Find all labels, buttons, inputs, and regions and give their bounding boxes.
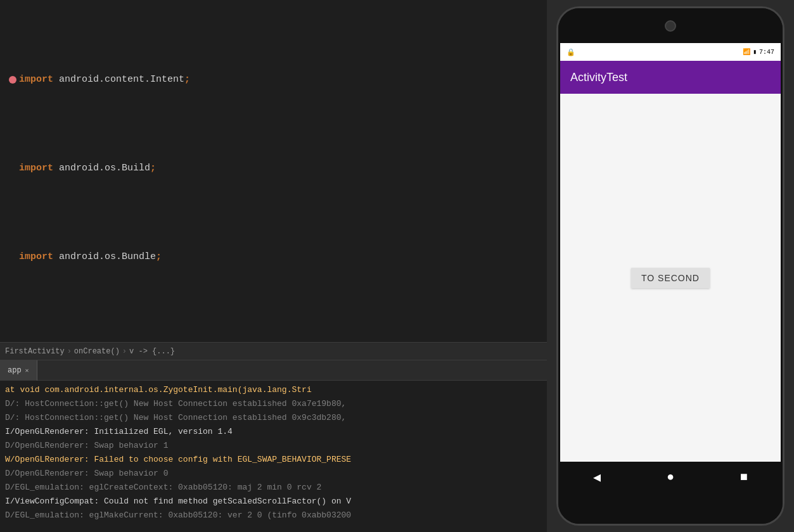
code-line-2: import android.os.Build; [0,160,547,177]
to-second-button[interactable]: TO SECOND [631,268,710,288]
code-line-1: import android.content.Intent; [0,71,547,89]
log-line-2: D/: HostConnection::get() New Host Conne… [5,411,542,425]
code-area[interactable]: import android.content.Intent; import an… [0,0,547,342]
log-line-1: D/: HostConnection::get() New Host Conne… [5,397,542,411]
console-area: app ✕ at void com.android.internal.os.Zy… [0,360,547,532]
phone-camera [665,20,676,32]
console-tabs-bar: app ✕ [0,360,547,381]
log-line-7: D/EGL_emulation: eglCreateContext: 0xabb… [5,481,542,495]
console-tab-label: app [8,366,22,375]
phone-status-bar: 🔒 📶 ▮ 7:47 [560,43,781,61]
code-line-3: import android.os.Bundle; [0,248,547,266]
log-line-9: D/EGL_emulation: eglMakeCurrent: 0xabb05… [5,509,542,522]
phone-lock-icon: 🔒 [567,48,575,56]
log-line-6: D/OpenGLRenderer: Swap behavior 0 [5,467,542,481]
wifi-icon: 📶 [743,48,750,56]
breakpoint-1 [9,76,16,84]
phone-screen: 🔒 📶 ▮ 7:47 ActivityTest TO SECOND [560,43,781,462]
console-tab-app[interactable]: app ✕ [0,360,37,381]
battery-icon: ▮ [753,48,757,56]
breadcrumb-sep-2: › [122,347,127,356]
phone-bottom-nav: ◀ ● ■ [560,462,781,492]
log-line-3: I/OpenGLRenderer: Initialized EGL, versi… [5,425,542,439]
breadcrumb-sep-1: › [67,347,72,356]
phone-top-bar [558,8,783,43]
console-tab-close[interactable]: ✕ [25,367,29,374]
code-line-4 [0,337,547,342]
phone-panel: 🔒 📶 ▮ 7:47 ActivityTest TO SECOND ◀ ● ■ [547,0,794,532]
log-line-0: at void com.android.internal.os.ZygoteIn… [5,383,542,397]
phone-time: 7:47 [759,49,774,56]
phone-app-bar: ActivityTest [560,61,781,94]
nav-home-button[interactable]: ● [667,470,674,484]
phone-status-icons: 📶 ▮ 7:47 [743,48,774,56]
phone-screen-content: TO SECOND [560,94,781,462]
console-content: at void com.android.internal.os.ZygoteIn… [0,381,547,532]
log-line-4: D/OpenGLRenderer: Swap behavior 1 [5,439,542,453]
phone-bottom-bar [558,492,783,524]
breadcrumb-class: FirstActivity [5,347,65,356]
nav-back-button[interactable]: ◀ [593,469,601,485]
editor-status-bar: FirstActivity › onCreate() › v -> {...} [0,342,547,360]
code-content: import android.content.Intent; import an… [0,0,547,342]
log-line-5: W/OpenGLRenderer: Failed to choose confi… [5,453,542,467]
line-gutter-1 [5,76,16,84]
keyword-import: import [19,71,59,89]
editor-panel: import android.content.Intent; import an… [0,0,547,532]
phone-app-title: ActivityTest [570,71,627,84]
nav-recents-button[interactable]: ■ [740,470,748,484]
breadcrumb-lambda: v -> {...} [129,347,175,356]
log-line-8: I/ViewConfigCompat: Could not find metho… [5,495,542,509]
breadcrumb-method: onCreate() [74,347,120,356]
phone-device: 🔒 📶 ▮ 7:47 ActivityTest TO SECOND ◀ ● ■ [556,6,784,526]
